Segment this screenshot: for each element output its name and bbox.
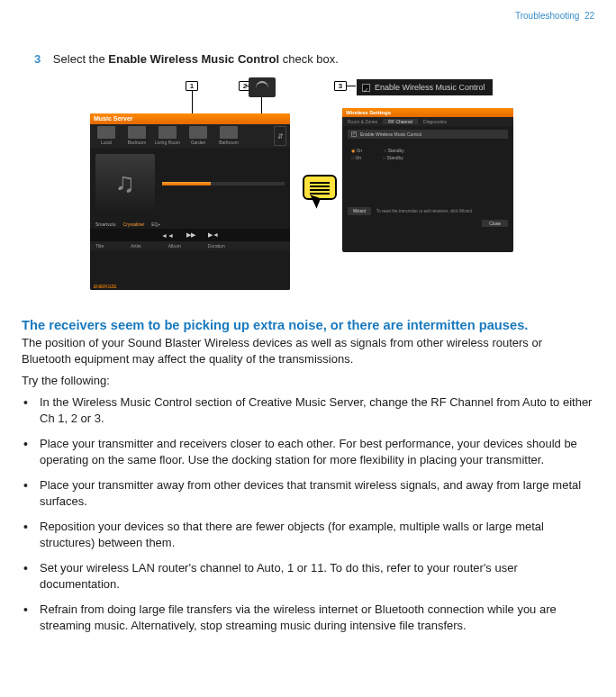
section-name: Troubleshooting — [515, 11, 579, 21]
wizard-row: Wizard To reset the transmitter or add r… — [342, 204, 513, 219]
radio-standby: Standby — [384, 148, 404, 153]
play-icon: ▶▶ — [186, 231, 195, 239]
list-item: Place your transmitter and receivers clo… — [22, 436, 594, 467]
next-icon: ▶◄ — [208, 231, 219, 239]
brand-label: ENERGIZE — [94, 284, 117, 289]
list-item: Reposition your devices so that there ar… — [22, 519, 594, 550]
device-bathroom: Bathroom — [216, 126, 241, 146]
prev-icon: ◄◄ — [161, 232, 174, 239]
progress-bar — [162, 182, 285, 186]
radio-standby-2: Standby — [383, 155, 403, 160]
speech-bubble-icon — [303, 175, 337, 200]
settings-tabs: Room & Zones RF Channel Diagnostics — [342, 117, 513, 126]
chip-label: Enable Wireless Music Control — [375, 79, 485, 95]
wizard-button: Wizard — [348, 207, 371, 215]
wifi-indicator-icon: ⇵ — [274, 126, 286, 146]
callout-line — [347, 86, 356, 86]
list-item: Set your wireless LAN router's channel t… — [22, 560, 594, 592]
list-item: Place your transmitter away from other d… — [22, 477, 594, 509]
device-living: Living Room — [155, 126, 180, 146]
checkbox-icon — [351, 131, 357, 137]
list-item: Refrain from doing large file transfers … — [22, 602, 594, 633]
device-local: Local — [94, 126, 119, 146]
step-text-suffix: check box. — [279, 52, 339, 66]
list-item: In the Wireless Music Control section of… — [22, 394, 594, 426]
tab-rooms: Room & Zones — [342, 119, 383, 124]
tab-rfchannel: RF Channel — [383, 119, 418, 124]
step-number: 3 — [34, 52, 41, 66]
column-headers: Title Artist Album Duration — [90, 241, 290, 250]
step-text-bold: Enable Wireless Music Control — [108, 52, 279, 66]
transport-controls: ◄◄ ▶▶ ▶◄ — [90, 229, 290, 241]
wifi-icon — [249, 77, 276, 97]
device-row: Local Bedroom Living Room Garden Bathroo… — [90, 124, 290, 148]
device-garden: Garden — [186, 126, 211, 146]
troubleshoot-heading: The receivers seem to be picking up extr… — [22, 318, 594, 332]
panel-title: Wireless Settings — [342, 108, 513, 117]
radio-on-2: On — [351, 155, 361, 160]
callout-1: 1 — [186, 81, 198, 91]
try-following-line: Try the following: — [22, 374, 110, 387]
bullet-list: In the Wireless Music Control section of… — [22, 394, 594, 644]
page-header: Troubleshooting 22 — [515, 11, 594, 21]
enable-wireless-row: Enable Wireless Music Control — [348, 130, 508, 139]
panel-title: Music Server — [90, 113, 290, 124]
checkbox-icon — [362, 84, 370, 92]
music-server-panel: Music Server Local Bedroom Living Room G… — [90, 113, 290, 290]
callout-3: 3 — [334, 81, 347, 91]
now-playing-area — [90, 148, 290, 220]
close-row: Close — [342, 219, 513, 228]
radio-on: On — [351, 148, 362, 153]
intro-paragraph: The position of your Sound Blaster Wirel… — [22, 335, 594, 367]
album-art-icon — [95, 154, 155, 213]
close-button: Close — [482, 220, 508, 227]
page-number: 22 — [584, 11, 594, 21]
enable-wireless-chip: Enable Wireless Music Control — [357, 79, 493, 95]
device-bedroom: Bedroom — [124, 126, 149, 146]
wireless-settings-panel: Wireless Settings Room & Zones RF Channe… — [342, 108, 513, 252]
figure-area: 1 2 3 Enable Wireless Music Control Musi… — [90, 77, 562, 294]
wizard-text: To reset the transmitter or add receiver… — [376, 209, 473, 213]
step-instruction: 3 Select the Enable Wireless Music Contr… — [34, 52, 594, 66]
step-text-prefix: Select the — [53, 52, 108, 66]
tab-diagnostics: Diagnostics — [418, 119, 452, 124]
eq-row: Smartvolu Crystalizer EQ+ — [90, 220, 290, 229]
playlist-area — [90, 250, 290, 290]
radio-block: On Standby On Standby — [342, 142, 513, 166]
